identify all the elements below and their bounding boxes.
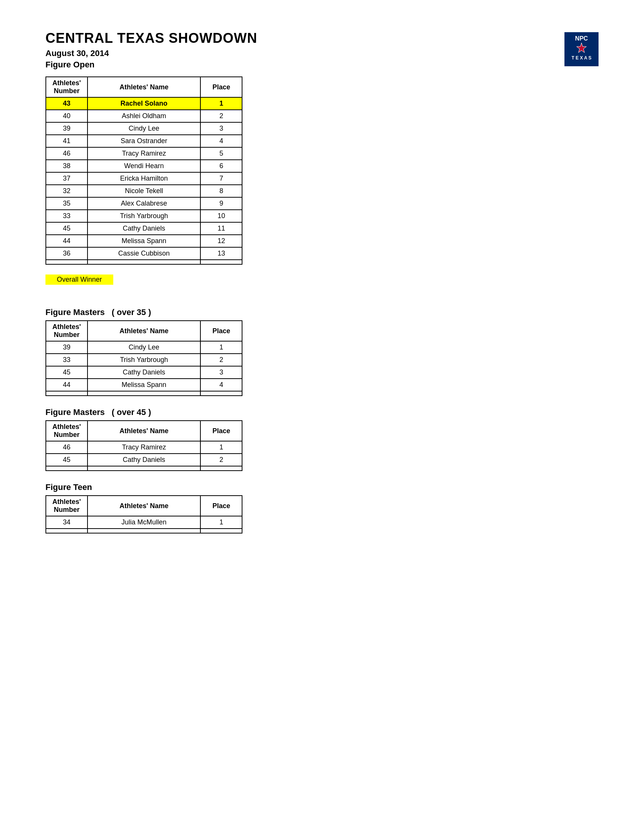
table-row: 44 Melissa Spann 4 [46,379,242,391]
table-row: 44 Melissa Spann 12 [46,235,242,247]
athlete-place: 7 [200,172,242,185]
ft-header-name: Athletes' Name [87,495,200,516]
athlete-name: Cassie Cubbison [87,247,200,260]
figure-masters-45-title: Figure Masters ( over 45 ) [45,407,599,417]
athlete-name: Trish Yarbrough [87,210,200,222]
athlete-number: 35 [46,197,87,210]
athlete-number: 33 [46,354,87,366]
athlete-place: 1 [200,97,242,110]
table-row: 46 Tracy Ramirez 5 [46,147,242,160]
athlete-place: 2 [200,453,242,466]
athlete-place: 1 [200,441,242,453]
athlete-place: 1 [200,341,242,354]
athlete-number: 44 [46,379,87,391]
athlete-number: 38 [46,160,87,172]
athlete-name: Rachel Solano [87,97,200,110]
figure-masters-45-section: Figure Masters ( over 45 ) Athletes'Numb… [45,407,599,471]
figure-teen-title: Figure Teen [45,482,599,492]
athlete-place: 1 [200,516,242,529]
table-row: 43 Rachel Solano 1 [46,97,242,110]
athlete-place: 3 [200,366,242,379]
athlete-number: 45 [46,453,87,466]
athlete-place: 4 [200,135,242,147]
athlete-number: 44 [46,235,87,247]
header-text: CENTRAL TEXAS SHOWDOWN August 30, 2014 F… [45,30,553,73]
table-row: 35 Alex Calabrese 9 [46,197,242,210]
fm35-header-number: Athletes'Number [46,321,87,341]
table-row: 38 Wendi Hearn 6 [46,160,242,172]
athlete-name: Alex Calabrese [87,197,200,210]
athlete-number: 45 [46,222,87,235]
athlete-place: 10 [200,210,242,222]
figure-masters-35-table: Athletes'Number Athletes' Name Place 39 … [45,320,242,396]
table-row: 41 Sara Ostrander 4 [46,135,242,147]
athlete-number: 39 [46,122,87,135]
ft-header-number: Athletes'Number [46,495,87,516]
table-row: 33 Trish Yarbrough 2 [46,354,242,366]
athlete-name: Sara Ostrander [87,135,200,147]
npc-logo: NPC T E X A S [564,32,599,66]
athlete-name: Trish Yarbrough [87,354,200,366]
figure-open-header-place: Place [200,77,242,97]
fm45-header-place: Place [200,421,242,441]
athlete-number: 45 [46,366,87,379]
athlete-name: Tracy Ramirez [87,441,200,453]
page-date: August 30, 2014 [45,48,553,58]
figure-teen-section: Figure Teen Athletes'Number Athletes' Na… [45,482,599,534]
table-row: 40 Ashlei Oldham 2 [46,110,242,122]
svg-text:NPC: NPC [575,35,588,42]
page-title: CENTRAL TEXAS SHOWDOWN [45,30,553,46]
table-row: 36 Cassie Cubbison 13 [46,247,242,260]
athlete-place: 11 [200,222,242,235]
figure-open-header-name: Athletes' Name [87,77,200,97]
svg-text:T E X A S: T E X A S [572,55,591,61]
figure-open-table: Athletes'Number Athletes' Name Place 43 … [45,77,242,265]
table-row: 32 Nicole Tekell 8 [46,185,242,197]
table-row: 45 Cathy Daniels 11 [46,222,242,235]
athlete-place: 2 [200,354,242,366]
ft-header-place: Place [200,495,242,516]
athlete-place: 12 [200,235,242,247]
table-row: 34 Julia McMullen 1 [46,516,242,529]
athlete-name: Nicole Tekell [87,185,200,197]
header: CENTRAL TEXAS SHOWDOWN August 30, 2014 F… [45,30,599,73]
athlete-name: Melissa Spann [87,379,200,391]
figure-teen-table: Athletes'Number Athletes' Name Place 34 … [45,495,242,534]
overall-winner-label: Overall Winner [45,275,113,285]
figure-masters-45-table: Athletes'Number Athletes' Name Place 46 … [45,420,242,471]
athlete-number: 40 [46,110,87,122]
fm35-header-name: Athletes' Name [87,321,200,341]
fm45-header-number: Athletes'Number [46,421,87,441]
athlete-number: 46 [46,147,87,160]
athlete-name: Cathy Daniels [87,366,200,379]
athlete-number: 33 [46,210,87,222]
athlete-place: 6 [200,160,242,172]
athlete-name: Ericka Hamilton [87,172,200,185]
athlete-number: 41 [46,135,87,147]
athlete-number: 34 [46,516,87,529]
figure-open-section: Athletes'Number Athletes' Name Place 43 … [45,77,599,296]
fm45-header-name: Athletes' Name [87,421,200,441]
table-row: 33 Trish Yarbrough 10 [46,210,242,222]
athlete-number: 46 [46,441,87,453]
fm35-header-place: Place [200,321,242,341]
athlete-place: 9 [200,197,242,210]
table-row: 39 Cindy Lee 1 [46,341,242,354]
figure-masters-35-section: Figure Masters ( over 35 ) Athletes'Numb… [45,307,599,396]
athlete-number: 32 [46,185,87,197]
athlete-name: Cathy Daniels [87,222,200,235]
athlete-place: 4 [200,379,242,391]
athlete-number: 37 [46,172,87,185]
athlete-place: 13 [200,247,242,260]
athlete-name: Cindy Lee [87,122,200,135]
table-row: 46 Tracy Ramirez 1 [46,441,242,453]
athlete-name: Cindy Lee [87,341,200,354]
athlete-name: Melissa Spann [87,235,200,247]
athlete-place: 2 [200,110,242,122]
figure-open-header-number: Athletes'Number [46,77,87,97]
figure-masters-35-title: Figure Masters ( over 35 ) [45,307,599,317]
athlete-place: 3 [200,122,242,135]
table-row: 45 Cathy Daniels 2 [46,453,242,466]
table-row: 39 Cindy Lee 3 [46,122,242,135]
athlete-name: Julia McMullen [87,516,200,529]
